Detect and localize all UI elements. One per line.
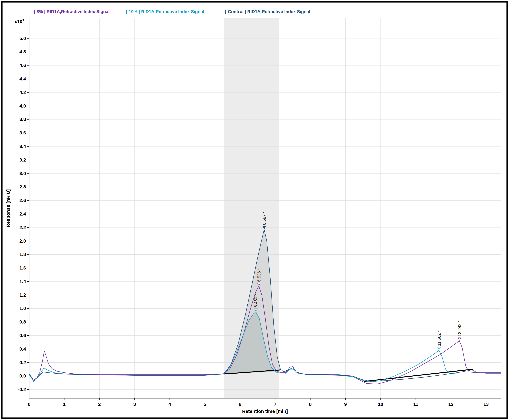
svg-text:3.4: 3.4 [19,144,26,149]
svg-text:2.0: 2.0 [19,238,26,244]
svg-text:2.2: 2.2 [19,225,26,230]
svg-text:12: 12 [448,402,453,407]
svg-text:1.4: 1.4 [19,279,26,284]
svg-text:3.0: 3.0 [19,171,26,176]
svg-text:2.4: 2.4 [19,211,26,217]
svg-text:11: 11 [413,402,418,407]
svg-text:2.6: 2.6 [19,198,26,203]
svg-text:6.450 *: 6.450 * [254,294,258,308]
svg-text:4.6: 4.6 [19,63,26,68]
chromatogram-plot: 6.687 *6.536 *6.450 *11.662 *12.242 *012… [0,0,509,420]
svg-text:0.0: 0.0 [19,373,26,378]
svg-text:4: 4 [168,402,171,407]
svg-text:7: 7 [274,402,277,407]
svg-text:3.2: 3.2 [19,157,26,162]
svg-text:4.2: 4.2 [19,90,26,95]
svg-text:10: 10 [378,402,383,407]
svg-text:3: 3 [133,402,136,407]
svg-text:3.8: 3.8 [19,117,26,122]
svg-text:6.536 *: 6.536 * [257,268,261,282]
svg-text:11.662 *: 11.662 * [437,330,442,346]
svg-text:2.8: 2.8 [19,184,26,189]
svg-text:1.6: 1.6 [19,265,26,270]
svg-text:1.2: 1.2 [19,292,26,298]
svg-text:1: 1 [63,402,66,407]
svg-text:4.4: 4.4 [19,76,26,81]
svg-text:4.0: 4.0 [19,103,26,108]
chromatogram-page: { "legend": [ {"label": "8% | RID1A,Refr… [0,0,509,420]
svg-text:1.8: 1.8 [19,252,26,257]
svg-text:6: 6 [239,402,241,407]
svg-text:0.6: 0.6 [19,333,26,338]
svg-text:9: 9 [344,402,347,407]
svg-text:3.6: 3.6 [19,130,26,135]
svg-text:12.242 *: 12.242 * [457,321,462,336]
svg-text:2: 2 [98,402,101,407]
svg-text:0.4: 0.4 [19,346,26,352]
svg-text:0: 0 [28,402,30,407]
svg-text:-0.2: -0.2 [18,387,26,392]
svg-text:5.0: 5.0 [19,36,26,41]
svg-text:0.8: 0.8 [19,319,26,324]
svg-text:1.0: 1.0 [19,306,26,311]
svg-text:8: 8 [309,402,312,407]
svg-text:0.2: 0.2 [19,360,26,365]
svg-text:5: 5 [204,402,206,407]
svg-text:13: 13 [484,402,489,407]
svg-text:4.8: 4.8 [19,49,26,54]
svg-text:6.687 *: 6.687 * [262,212,267,225]
